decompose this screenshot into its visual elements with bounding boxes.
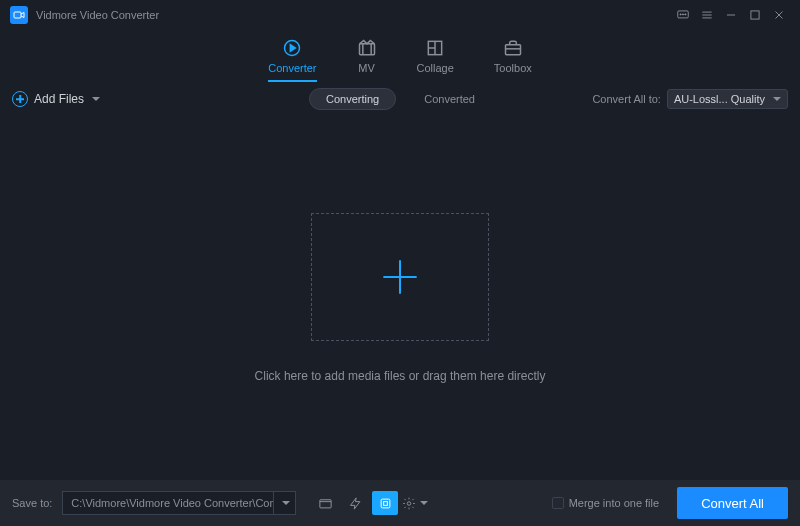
open-folder-icon[interactable] bbox=[312, 491, 338, 515]
tab-converter[interactable]: Converter bbox=[268, 38, 316, 82]
svg-rect-23 bbox=[320, 499, 331, 507]
svg-point-3 bbox=[682, 14, 683, 15]
chevron-down-icon bbox=[420, 501, 428, 505]
save-path-box: C:\Vidmore\Vidmore Video Converter\Conve… bbox=[62, 491, 296, 515]
save-to-label: Save to: bbox=[12, 497, 52, 509]
app-title: Vidmore Video Converter bbox=[36, 9, 159, 21]
close-icon[interactable] bbox=[768, 4, 790, 26]
checkbox-icon bbox=[552, 497, 564, 509]
svg-rect-13 bbox=[359, 44, 374, 55]
convert-all-button[interactable]: Convert All bbox=[677, 487, 788, 519]
merge-label: Merge into one file bbox=[569, 497, 660, 509]
subtab-converted[interactable]: Converted bbox=[408, 89, 491, 109]
plus-circle-icon bbox=[12, 91, 28, 107]
task-icon[interactable] bbox=[342, 491, 368, 515]
svg-rect-0 bbox=[14, 12, 21, 18]
save-path-input[interactable]: C:\Vidmore\Vidmore Video Converter\Conve… bbox=[63, 492, 273, 514]
chevron-down-icon bbox=[282, 501, 290, 505]
svg-rect-9 bbox=[751, 11, 759, 19]
svg-rect-25 bbox=[383, 501, 387, 505]
top-nav: Converter MV Collage Toolbox bbox=[0, 30, 800, 82]
feedback-icon[interactable] bbox=[672, 4, 694, 26]
subtab-converting[interactable]: Converting bbox=[309, 88, 396, 110]
app-logo-icon bbox=[10, 6, 28, 24]
maximize-icon[interactable] bbox=[744, 4, 766, 26]
main-area: Click here to add media files or drag th… bbox=[0, 116, 800, 480]
format-selection-text: AU-Lossl... Quality bbox=[674, 93, 765, 105]
gpu-accel-icon[interactable] bbox=[372, 491, 398, 515]
svg-point-26 bbox=[408, 501, 412, 505]
menu-icon[interactable] bbox=[696, 4, 718, 26]
merge-checkbox[interactable]: Merge into one file bbox=[552, 497, 660, 509]
plus-icon bbox=[380, 257, 420, 297]
tab-mv[interactable]: MV bbox=[357, 38, 377, 82]
chevron-down-icon bbox=[92, 97, 100, 101]
add-media-dropzone[interactable] bbox=[311, 213, 489, 341]
tab-toolbox[interactable]: Toolbox bbox=[494, 38, 532, 82]
subtab-group: Converting Converted bbox=[309, 88, 491, 110]
tab-label: Collage bbox=[417, 62, 454, 74]
svg-point-4 bbox=[685, 14, 686, 15]
chevron-down-icon bbox=[773, 97, 781, 101]
svg-rect-19 bbox=[505, 45, 520, 55]
collage-icon bbox=[425, 38, 445, 58]
svg-rect-24 bbox=[381, 499, 390, 508]
toolbox-icon bbox=[503, 38, 523, 58]
settings-dropdown[interactable] bbox=[402, 491, 428, 515]
footer-tools bbox=[312, 491, 428, 515]
converter-icon bbox=[282, 38, 302, 58]
convert-all-to-label: Convert All to: bbox=[592, 93, 660, 105]
svg-point-2 bbox=[680, 14, 681, 15]
add-files-label: Add Files bbox=[34, 92, 84, 106]
add-files-button[interactable]: Add Files bbox=[12, 91, 100, 107]
tab-label: Converter bbox=[268, 62, 316, 74]
title-bar: Vidmore Video Converter bbox=[0, 0, 800, 30]
minimize-icon[interactable] bbox=[720, 4, 742, 26]
tab-collage[interactable]: Collage bbox=[417, 38, 454, 82]
tab-label: Toolbox bbox=[494, 62, 532, 74]
tab-label: MV bbox=[358, 62, 375, 74]
sub-toolbar: Add Files Converting Converted Convert A… bbox=[0, 82, 800, 116]
dropzone-hint: Click here to add media files or drag th… bbox=[255, 369, 546, 383]
save-path-dropdown[interactable] bbox=[273, 492, 295, 514]
footer-bar: Save to: C:\Vidmore\Vidmore Video Conver… bbox=[0, 480, 800, 526]
mv-icon bbox=[357, 38, 377, 58]
output-format-select[interactable]: AU-Lossl... Quality bbox=[667, 89, 788, 109]
